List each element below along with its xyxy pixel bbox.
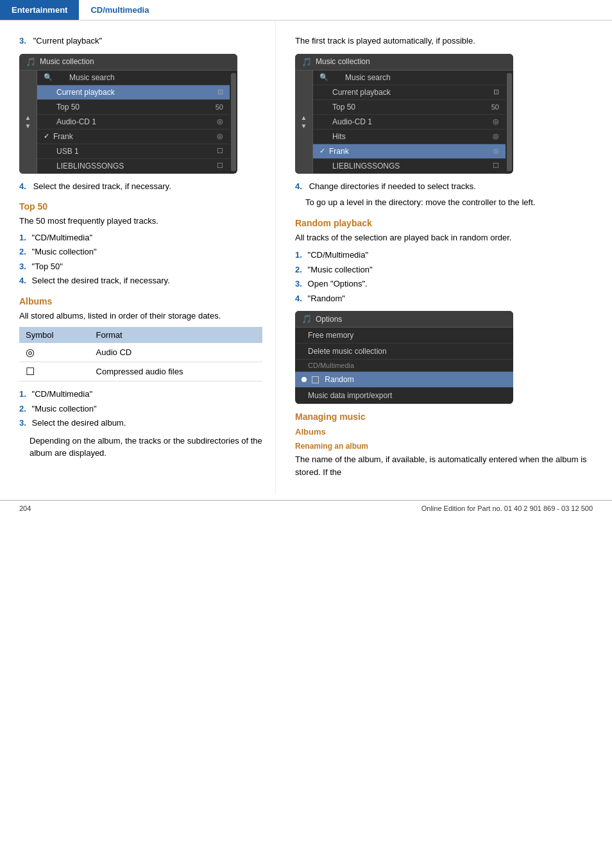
step-num: 1. bbox=[19, 231, 26, 244]
ui-row-left: Audio-CD 1 bbox=[44, 117, 96, 126]
ui-row-text: USB 1 bbox=[56, 147, 79, 156]
ui-row-value: ☐ bbox=[217, 162, 223, 170]
list-item: 4. Select the desired track, if necessar… bbox=[19, 274, 262, 287]
options-row: CD/Multimedia bbox=[295, 360, 513, 372]
step3-num: 3. bbox=[19, 36, 26, 46]
albums-body: All stored albums, listed in order of th… bbox=[19, 310, 262, 322]
ui-box-content-2: ▲ ▼ 🔍 Music search Current playback ⊡ To… bbox=[295, 71, 513, 174]
ui-row-left: ✓ Frank bbox=[44, 132, 73, 141]
top50-body: The 50 most frequently played tracks. bbox=[19, 215, 262, 228]
step-num: 4. bbox=[295, 292, 302, 305]
step-num: 3. bbox=[295, 278, 302, 290]
options-row-text: Music data import/export bbox=[308, 391, 392, 400]
ui-row: Top 50 50 bbox=[37, 100, 230, 115]
ui-row-text: Audio-CD 1 bbox=[332, 117, 372, 126]
ui-row-text: Music search bbox=[345, 73, 391, 82]
options-row: Free memory bbox=[295, 328, 513, 344]
ui-row-text: Current playback bbox=[56, 88, 115, 97]
nav-down-1: ▼ bbox=[25, 122, 31, 129]
music-collection-icon-1: 🎵 bbox=[26, 57, 36, 67]
list-item: 2. "Music collection" bbox=[19, 403, 262, 415]
options-box: 🎵 Options Free memoryDelete music collec… bbox=[295, 311, 513, 404]
ui-row-left: Audio-CD 1 bbox=[319, 117, 372, 126]
section-random-playback: Random playback bbox=[295, 218, 593, 228]
tab-entertainment[interactable]: Entertainment bbox=[0, 0, 79, 20]
step4-right: 4. Change directories if needed to selec… bbox=[295, 180, 593, 193]
section-top50: Top 50 bbox=[19, 201, 262, 212]
right-column: The first track is played automatically,… bbox=[276, 21, 612, 494]
ui-row-value: 50 bbox=[491, 103, 499, 111]
step4-num-right: 4. bbox=[295, 181, 302, 191]
ui-row-value: ◎ bbox=[217, 117, 223, 126]
options-row-text: CD/Multimedia bbox=[308, 362, 354, 369]
options-row: Music data import/export bbox=[295, 388, 513, 404]
page-footer: 204 Online Edition for Part no. 01 40 2 … bbox=[0, 500, 612, 516]
options-row-text: Free memory bbox=[308, 331, 353, 340]
ui-box-music-collection-1: 🎵 Music collection ▲ ▼ 🔍 Music search Cu… bbox=[19, 54, 237, 174]
ui-row-value: ◎ bbox=[493, 117, 499, 126]
options-row: Random bbox=[295, 372, 513, 388]
ui-row: ✓ Frank ◎ bbox=[37, 129, 230, 144]
section-albums-2: Albums bbox=[295, 427, 593, 437]
ui-row-text: Top 50 bbox=[56, 103, 80, 112]
ui-box-music-collection-2: 🎵 Music collection ▲ ▼ 🔍 Music search Cu… bbox=[295, 54, 513, 174]
ui-box-title-1: Music collection bbox=[40, 57, 94, 66]
table-header-symbol: Symbol bbox=[19, 327, 90, 343]
list-item: 4. "Random" bbox=[295, 292, 593, 305]
options-row-text: Delete music collection bbox=[308, 347, 387, 356]
step3-text: "Current playback" bbox=[33, 36, 103, 46]
ui-row: Current playback ⊡ bbox=[37, 85, 230, 100]
renaming-body: The name of the album, if available, is … bbox=[295, 453, 593, 478]
section-albums: Albums bbox=[19, 296, 262, 306]
ui-row-text: Frank bbox=[329, 147, 349, 156]
ui-row: ✓ Frank ◎ bbox=[313, 144, 506, 159]
ui-row-left: Hits bbox=[319, 132, 346, 141]
ui-row-value: ☐ bbox=[217, 147, 223, 155]
step-num: 2. bbox=[295, 263, 302, 276]
scrollbar-1 bbox=[231, 73, 236, 171]
page-number: 204 bbox=[19, 505, 31, 512]
options-title: Options bbox=[316, 315, 342, 324]
symbol-format-table: Symbol Format ◎Audio CD☐Compressed audio… bbox=[19, 327, 262, 381]
ui-box-header-2: 🎵 Music collection bbox=[295, 54, 513, 71]
step-num: 2. bbox=[19, 246, 26, 258]
ui-row-text: Hits bbox=[332, 132, 346, 141]
step-num: 1. bbox=[19, 388, 26, 401]
step4-note-right: To go up a level in the directory: move … bbox=[305, 196, 593, 209]
step4-text-current: Select the desired track, if necessary. bbox=[33, 181, 171, 191]
table-row: ☐Compressed audio files bbox=[19, 362, 262, 381]
tab-cd-multimedia[interactable]: CD/multimedia bbox=[79, 0, 160, 20]
page-header: Entertainment CD/multimedia bbox=[0, 0, 612, 21]
ui-row: 🔍 Music search bbox=[313, 71, 506, 85]
options-icon: 🎵 bbox=[302, 314, 312, 324]
ui-row: Audio-CD 1 ◎ bbox=[313, 115, 506, 129]
music-collection-icon-2: 🎵 bbox=[302, 57, 312, 67]
ui-row-left: Top 50 bbox=[44, 103, 80, 112]
ui-row-left: LIEBLINGSSONGS bbox=[44, 162, 124, 171]
edition-text: Online Edition for Part no. 01 40 2 901 … bbox=[421, 505, 593, 512]
main-content: 3. "Current playback" 🎵 Music collection… bbox=[0, 21, 612, 494]
ui-row-left: USB 1 bbox=[44, 147, 79, 156]
step-num: 3. bbox=[19, 417, 26, 430]
nav-arrows-2: ▲ ▼ bbox=[295, 71, 313, 174]
left-column: 3. "Current playback" 🎵 Music collection… bbox=[0, 21, 276, 494]
ui-row: Hits ◎ bbox=[313, 129, 506, 144]
ui-row: LIEBLINGSSONGS ☐ bbox=[313, 159, 506, 174]
step-num: 1. bbox=[295, 249, 302, 262]
list-item: 3. "Top 50" bbox=[19, 260, 262, 273]
nav-arrows-1: ▲ ▼ bbox=[19, 71, 37, 174]
list-item: 1. "CD/Multimedia" bbox=[19, 388, 262, 401]
ui-row-value: ◎ bbox=[493, 147, 499, 155]
step3-current-playback: 3. "Current playback" bbox=[19, 35, 262, 47]
ui-row-text: Top 50 bbox=[332, 103, 355, 112]
ui-row-value: ◎ bbox=[493, 132, 499, 140]
random-steps-list: 1. "CD/Multimedia"2. "Music collection"3… bbox=[295, 249, 593, 305]
ui-row-left: Current playback bbox=[319, 88, 391, 97]
ui-row-value: ⊡ bbox=[493, 88, 499, 96]
table-row: ◎Audio CD bbox=[19, 343, 262, 362]
random-body: All tracks of the selection are played b… bbox=[295, 231, 593, 244]
list-item: 2. "Music collection" bbox=[295, 263, 593, 276]
ui-row: USB 1 ☐ bbox=[37, 144, 230, 159]
symbol-cell: ☐ bbox=[19, 362, 90, 381]
ui-row-left: 🔍 Music search bbox=[44, 73, 115, 82]
